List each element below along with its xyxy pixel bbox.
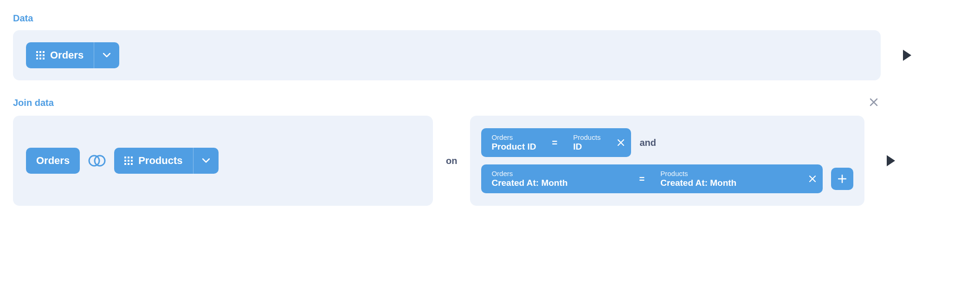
condition-right-table: Products [660, 170, 792, 177]
source-table-pill[interactable]: Orders [26, 42, 119, 68]
condition-right-part[interactable]: Products ID [563, 128, 611, 157]
svg-rect-7 [39, 58, 41, 59]
condition-left-table: Orders [491, 133, 536, 141]
join-section-label: Join data [13, 98, 54, 108]
chevron-down-icon [103, 53, 110, 58]
svg-rect-11 [124, 157, 126, 158]
chevron-down-icon [202, 158, 210, 163]
join-condition-pill[interactable]: Orders Product ID = Products ID [481, 128, 631, 157]
and-label: and [639, 137, 656, 148]
svg-rect-16 [131, 160, 133, 162]
table-icon [124, 157, 133, 165]
condition-right-table: Products [573, 133, 600, 141]
run-query-button[interactable] [887, 155, 895, 166]
join-left-table-label: Orders [36, 155, 70, 167]
svg-rect-6 [36, 58, 38, 59]
data-panel: Orders [13, 30, 881, 80]
join-left-table-pill[interactable]: Orders [26, 148, 80, 174]
condition-right-part[interactable]: Products Created At: Month [650, 164, 802, 193]
condition-left-table: Orders [491, 170, 623, 177]
condition-operator[interactable]: = [634, 164, 651, 193]
join-right-table-label: Products [138, 155, 182, 167]
source-table-label: Orders [50, 49, 84, 61]
venn-icon [88, 154, 106, 168]
condition-operator[interactable]: = [547, 128, 563, 157]
svg-rect-14 [124, 160, 126, 162]
add-condition-button[interactable] [831, 168, 853, 190]
join-tables-panel: Orders [13, 116, 433, 206]
condition-left-part[interactable]: Orders Created At: Month [481, 164, 633, 193]
remove-condition-button[interactable] [611, 128, 631, 157]
svg-rect-2 [43, 51, 45, 53]
on-label: on [446, 156, 457, 166]
svg-rect-0 [36, 51, 38, 53]
condition-left-field: Created At: Month [491, 178, 623, 188]
condition-right-field: Created At: Month [660, 178, 792, 188]
svg-rect-13 [131, 157, 133, 158]
plus-icon [838, 175, 846, 183]
join-section: Join data Orders [13, 96, 967, 206]
join-type-button[interactable] [87, 151, 107, 170]
condition-left-field: Product ID [491, 142, 536, 152]
close-icon [618, 139, 624, 146]
svg-rect-19 [131, 163, 133, 165]
source-table-main[interactable]: Orders [26, 42, 94, 68]
remove-condition-button[interactable] [802, 164, 823, 193]
join-conditions-panel: Orders Product ID = Products ID [470, 116, 864, 206]
join-condition-row: Orders Created At: Month = Products Crea… [481, 164, 853, 193]
svg-rect-1 [39, 51, 41, 53]
svg-rect-15 [128, 160, 129, 162]
join-condition-row: Orders Product ID = Products ID [481, 128, 853, 157]
svg-rect-4 [39, 54, 41, 56]
join-right-table-main[interactable]: Products [114, 148, 193, 174]
remove-join-button[interactable] [870, 96, 881, 109]
join-right-table-pill[interactable]: Products [114, 148, 218, 174]
svg-rect-3 [36, 54, 38, 56]
run-query-button[interactable] [903, 50, 911, 61]
source-table-columns-chevron[interactable] [94, 42, 119, 68]
join-right-table-columns-chevron[interactable] [193, 148, 219, 174]
svg-rect-8 [43, 58, 45, 59]
data-section: Data Orders [13, 13, 967, 80]
svg-rect-5 [43, 54, 45, 56]
svg-rect-12 [128, 157, 129, 158]
condition-left-part[interactable]: Orders Product ID [481, 128, 546, 157]
svg-rect-17 [124, 163, 126, 165]
data-section-label: Data [13, 13, 33, 24]
join-condition-pill[interactable]: Orders Created At: Month = Products Crea… [481, 164, 823, 193]
table-icon [36, 51, 45, 59]
svg-rect-18 [128, 163, 129, 165]
close-icon [809, 176, 816, 182]
condition-right-field: ID [573, 142, 600, 152]
